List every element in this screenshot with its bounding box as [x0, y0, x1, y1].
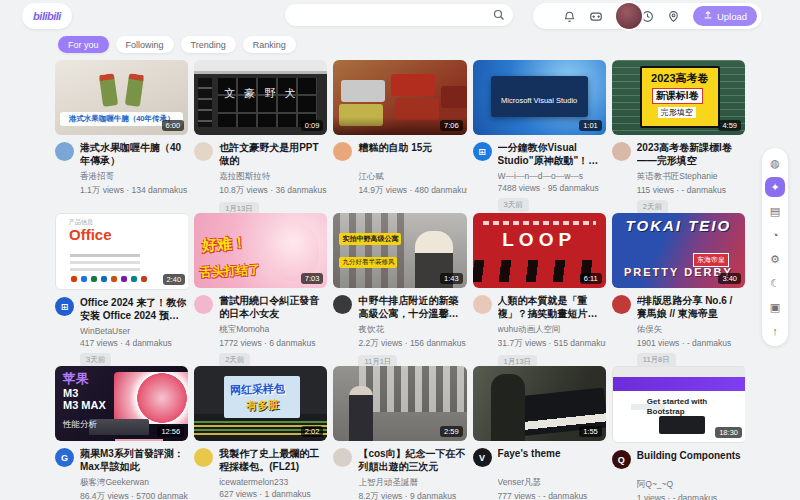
video-card[interactable]: 7:06 糟糕的自助 15元 江心赋 14.9万 views · 480 dan… — [333, 60, 466, 213]
video-thumbnail[interactable]: 1:55 — [473, 366, 606, 441]
video-thumbnail[interactable]: 1:01 Microsoft Visual Studio — [473, 60, 606, 135]
uploader-avatar[interactable] — [55, 142, 74, 161]
video-thumbnail[interactable]: 4:59 2023高考卷新课标I卷完形填空 — [612, 60, 745, 135]
uploader-name[interactable]: 阿Q~_~Q — [637, 479, 745, 491]
history-icon[interactable] — [641, 9, 655, 23]
video-card[interactable]: 6:00 港式水果咖喱牛腩（40年传承） 港式水果咖喱牛腩（40年傳承） 香港招… — [55, 60, 188, 213]
video-thumbnail[interactable]: 2:40 Office产品信息 — [55, 213, 188, 290]
video-card[interactable]: 4:59 2023高考卷新课标I卷完形填空 2023高考卷新課標I卷——完形填空… — [612, 60, 745, 213]
video-title[interactable]: 也許文豪野犬是用PPT做的 — [219, 142, 327, 167]
bell-icon[interactable] — [563, 9, 577, 23]
duration-badge: 3:40 — [718, 273, 741, 284]
tab-trending[interactable]: Trending — [181, 36, 236, 53]
video-card[interactable]: 7:03 好难！舌头打结了 嘗試用繞口令糾正發音的日本小女友 桃宝Momoha … — [194, 213, 327, 366]
date-badge: 11月8日 — [637, 353, 676, 366]
back-to-top-icon[interactable]: ↑ — [765, 321, 785, 341]
duration-badge: 7:03 — [301, 273, 324, 284]
uploader-avatar[interactable] — [333, 142, 352, 161]
video-title[interactable]: 一分鐘教你Visual Studio"原神啟動"！（適用於Blend） — [498, 142, 606, 167]
danmaku-settings-icon[interactable]: ▤ — [765, 201, 785, 221]
uploader-avatar[interactable]: V — [473, 448, 492, 467]
uploader-avatar[interactable] — [194, 448, 213, 467]
video-thumbnail[interactable]: 3:40 TOKAI TEIOPRETTY DERBY东海帝皇 — [612, 213, 745, 288]
uploader-name[interactable]: 英语教书匠Stephanie — [637, 171, 745, 183]
uploader-name[interactable]: 桃宝Momoha — [219, 324, 327, 336]
uploader-avatar[interactable] — [194, 295, 213, 314]
customer-service-icon[interactable]: ◍ — [765, 153, 785, 173]
video-thumbnail[interactable]: 18:30 Get started withBootstrap — [612, 366, 745, 443]
uploader-name[interactable]: 极客湾Geekerwan — [80, 477, 188, 489]
night-mode-icon[interactable]: ☾ — [765, 273, 785, 293]
uploader-name[interactable]: W—i—n—d—o—w—s — [498, 171, 606, 181]
video-card[interactable]: 3:40 TOKAI TEIOPRETTY DERBY东海帝皇 #排版思路分享 … — [612, 213, 745, 366]
video-title[interactable]: #排版思路分享 No.6 / 賽馬娘 // 東海帝皇 — [637, 295, 745, 320]
uploader-avatar[interactable]: ⊞ — [55, 297, 74, 316]
video-card[interactable]: 1:55 V Faye's theme Venser凡瑟 777 views ·… — [473, 366, 606, 500]
uploader-name[interactable]: 嘉拉图斯拉特 — [219, 171, 327, 183]
video-card[interactable]: 6:11 LOOP 人類的本質就是「重複」？搞笑動畫短片《LOOP》 wuhu动… — [473, 213, 606, 366]
uploader-avatar[interactable] — [612, 295, 631, 314]
uploader-avatar[interactable]: Q — [612, 450, 631, 469]
uploader-avatar[interactable]: G — [55, 448, 74, 467]
upload-button[interactable]: Upload — [693, 6, 757, 26]
tab-for-you[interactable]: For you — [58, 36, 109, 53]
video-card[interactable]: 1:43 实拍中野高级公寓九分好看半装修风 中野牛排店附近的新築高級公寓，十分溫… — [333, 213, 466, 366]
user-avatar[interactable] — [616, 3, 642, 29]
location-icon[interactable] — [667, 9, 681, 23]
video-card[interactable]: 18:30 Get started withBootstrap Q Buildi… — [612, 366, 745, 500]
uploader-name[interactable]: 佑俣矢 — [637, 324, 745, 336]
video-card[interactable]: 12:56 苹果M3M3 MAX性能分析 G 蘋果M3系列首發評測：Max早該如… — [55, 366, 188, 500]
video-title[interactable]: 人類的本質就是「重複」？搞笑動畫短片《LOOP》 — [498, 295, 606, 320]
video-thumbnail[interactable]: 2:59 — [333, 366, 466, 441]
video-title[interactable]: Office 2024 来了！教你安装 Office 2024 预览版! — [80, 297, 188, 322]
video-title[interactable]: 蘋果M3系列首發評測：Max早該如此 — [80, 448, 188, 473]
search-icon[interactable] — [489, 5, 509, 25]
video-thumbnail[interactable]: 6:11 LOOP — [473, 213, 606, 288]
video-title[interactable]: 【cos向】紀念一下在不列顛出遊的三次元 — [358, 448, 466, 473]
video-title[interactable]: 2023高考卷新課標I卷——完形填空 — [637, 142, 745, 167]
video-card[interactable]: 0:09 文豪野犬 也許文豪野犬是用PPT做的 嘉拉图斯拉特 10.8万 vie… — [194, 60, 327, 213]
mini-player-icon[interactable]: ▣ — [765, 297, 785, 317]
uploader-avatar[interactable] — [333, 295, 352, 314]
video-title[interactable]: 中野牛排店附近的新築高級公寓，十分溫馨甚至九分乾淨 — [358, 295, 466, 320]
uploader-name[interactable]: 香港招哥 — [80, 171, 188, 183]
search-bar[interactable] — [285, 4, 513, 26]
video-card[interactable]: 1:01 Microsoft Visual Studio ⊞ 一分鐘教你Visu… — [473, 60, 606, 213]
video-thumbnail[interactable]: 2:02 网红采样包有多脏 — [194, 366, 327, 441]
video-title[interactable]: 港式水果咖喱牛腩（40年傳承） — [80, 142, 188, 167]
uploader-avatar[interactable] — [612, 142, 631, 161]
video-thumbnail[interactable]: 12:56 苹果M3M3 MAX性能分析 — [55, 366, 188, 441]
uploader-name[interactable]: WinBetaUser — [80, 326, 188, 336]
uploader-name[interactable]: 上智月頭圣誕曆 — [358, 477, 466, 489]
uploader-name[interactable]: icewatermelon233 — [219, 477, 327, 487]
uploader-name[interactable]: wuhu动画人空间 — [498, 324, 606, 336]
video-thumbnail[interactable]: 7:03 好难！舌头打结了 — [194, 213, 327, 288]
uploader-avatar[interactable] — [473, 295, 492, 314]
uploader-name[interactable]: 夜饮花 — [358, 324, 466, 336]
settings-icon[interactable]: ⚙ — [765, 249, 785, 269]
video-title[interactable]: Building Components — [637, 450, 745, 475]
video-title[interactable]: 我製作了史上最爛的工程採樣包。(FL21) — [219, 448, 327, 473]
uploader-name[interactable]: 江心赋 — [358, 171, 466, 183]
watch-later-icon[interactable]: ◔ — [765, 225, 785, 245]
video-card[interactable]: 2:02 网红采样包有多脏 我製作了史上最爛的工程採樣包。(FL21) icew… — [194, 366, 327, 500]
gamepad-icon[interactable] — [589, 9, 603, 23]
site-logo[interactable]: bilibili — [22, 3, 72, 29]
search-input[interactable] — [285, 10, 489, 21]
video-card[interactable]: 2:59 【cos向】紀念一下在不列顛出遊的三次元 上智月頭圣誕曆 8.2万 v… — [333, 366, 466, 500]
theme-icon[interactable]: ✦ — [765, 177, 785, 197]
uploader-avatar[interactable] — [194, 142, 213, 161]
video-title[interactable]: 嘗試用繞口令糾正發音的日本小女友 — [219, 295, 327, 320]
video-thumbnail[interactable]: 0:09 文豪野犬 — [194, 60, 327, 135]
video-thumbnail[interactable]: 7:06 — [333, 60, 466, 135]
uploader-avatar[interactable] — [333, 448, 352, 467]
video-thumbnail[interactable]: 1:43 实拍中野高级公寓九分好看半装修风 — [333, 213, 466, 288]
video-card[interactable]: 2:40 Office产品信息 ⊞ Office 2024 来了！教你安装 Of… — [55, 213, 188, 366]
tab-following[interactable]: Following — [116, 36, 174, 53]
video-title[interactable]: Faye's theme — [498, 448, 606, 473]
uploader-avatar[interactable]: ⊞ — [473, 142, 492, 161]
uploader-name[interactable]: Venser凡瑟 — [498, 477, 606, 489]
video-title[interactable]: 糟糕的自助 15元 — [358, 142, 466, 167]
video-thumbnail[interactable]: 6:00 港式水果咖喱牛腩（40年传承） — [55, 60, 188, 135]
tab-ranking[interactable]: Ranking — [243, 36, 296, 53]
